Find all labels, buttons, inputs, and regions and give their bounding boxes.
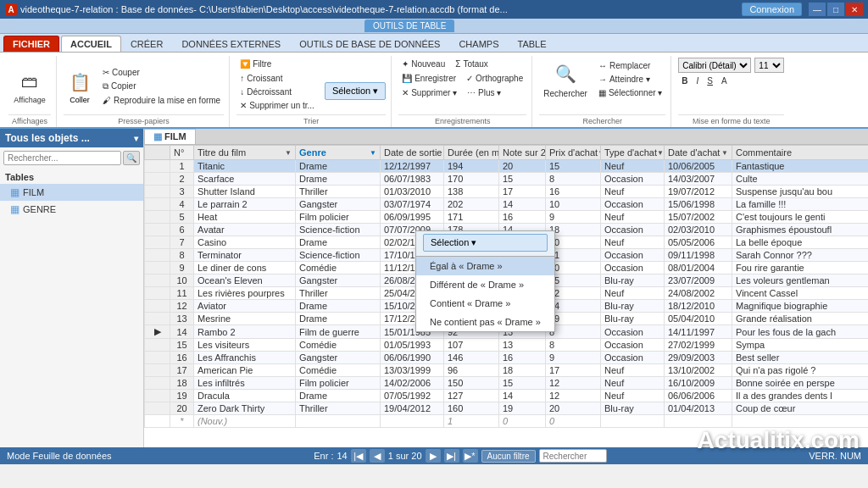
titre-filter-icon[interactable]: ▼ bbox=[285, 149, 292, 157]
tab-creer[interactable]: CRÉER bbox=[121, 36, 173, 52]
minimize-button[interactable]: — bbox=[809, 3, 826, 16]
nouveau-button[interactable]: ✦ Nouveau bbox=[398, 58, 448, 70]
sidebar-item-film[interactable]: ▦ FILM bbox=[0, 184, 143, 201]
rechercher-icon: 🔍 bbox=[552, 60, 579, 87]
table-row[interactable]: *(Nouv.)100 bbox=[145, 415, 869, 428]
row-genre-cell: Comédie bbox=[296, 364, 381, 377]
nav-first[interactable]: |◀ bbox=[351, 449, 366, 463]
dateachat-filter-icon[interactable]: ▼ bbox=[721, 149, 728, 157]
row-prix-cell: 8 bbox=[546, 339, 601, 352]
tools-tab-item[interactable]: OUTILS DE TABLE bbox=[364, 19, 454, 32]
nav-next[interactable]: ▶ bbox=[426, 449, 441, 463]
totaux-button[interactable]: Σ Totaux bbox=[452, 58, 492, 70]
filtre-button[interactable]: 🔽 Filtre bbox=[236, 58, 275, 70]
nav-prev[interactable]: ◀ bbox=[370, 449, 385, 463]
remplacer-button[interactable]: ↔ Remplacer bbox=[595, 59, 665, 72]
row-date-cell: 06/06/1990 bbox=[381, 352, 444, 364]
film-tab[interactable]: ▦ FILM bbox=[144, 129, 196, 144]
fontcolor-button[interactable]: A bbox=[718, 75, 731, 87]
row-genre-cell: Gangster bbox=[296, 274, 381, 287]
supprimer-trier-label: Supprimer un tr... bbox=[249, 101, 314, 110]
bold-button[interactable]: B bbox=[678, 75, 691, 87]
underline-button[interactable]: S bbox=[704, 75, 716, 87]
tab-accueil[interactable]: ACCUEIL bbox=[61, 36, 121, 52]
table-row[interactable]: 5HeatFilm policier06/09/1995171169Neuf15… bbox=[145, 211, 869, 224]
status-right: VERR. NUM bbox=[809, 451, 861, 461]
filtre-status-btn[interactable]: Aucun filtre bbox=[481, 450, 536, 463]
supprimer2-button[interactable]: ✕ Supprimer ▾ bbox=[398, 86, 460, 99]
nav-last[interactable]: ▶| bbox=[444, 449, 459, 463]
orthographe-button[interactable]: ✓ Orthographe bbox=[463, 72, 526, 85]
dropdown-selection-btn[interactable]: Sélection ▾ bbox=[423, 234, 548, 252]
sidebar-search-input[interactable] bbox=[3, 151, 121, 165]
tab-fichier[interactable]: FICHIER bbox=[3, 36, 59, 52]
row-genre-cell: Drame bbox=[296, 313, 381, 325]
row-genre-cell: Drame bbox=[296, 390, 381, 402]
table-row[interactable]: 3Shutter IslandThriller01/03/20101381716… bbox=[145, 186, 869, 198]
connexion-button[interactable]: Connexion bbox=[742, 3, 802, 16]
croissant-button[interactable]: ↑ Croissant bbox=[236, 72, 318, 85]
type-filter-icon[interactable]: ▼ bbox=[657, 149, 664, 157]
copier-icon: ⧉ bbox=[103, 81, 108, 92]
row-prix-cell: 20 bbox=[546, 402, 601, 415]
table-row[interactable]: 16Les AffranchisGangster06/06/1990146169… bbox=[145, 352, 869, 364]
row-arrow-cell bbox=[145, 211, 170, 224]
close-button[interactable]: ✕ bbox=[846, 3, 863, 16]
table-row[interactable]: 4Le parrain 2Gangster03/07/19742021410Oc… bbox=[145, 198, 869, 211]
search-input[interactable] bbox=[539, 449, 607, 463]
row-type-cell: Occasion bbox=[601, 224, 665, 236]
col-num-header: N° bbox=[174, 147, 190, 158]
title-bar: A videotheque-7-relation : Base de donné… bbox=[0, 0, 868, 19]
row-type-cell bbox=[601, 415, 665, 428]
tab-table[interactable]: TABLE bbox=[508, 36, 555, 52]
table-row[interactable]: 17American PieComédie13/03/1999961817Neu… bbox=[145, 364, 869, 377]
nav-new[interactable]: ▶* bbox=[463, 449, 478, 463]
row-type-cell: Occasion bbox=[601, 249, 665, 262]
decroissant-button[interactable]: ↓ Décroissant bbox=[236, 86, 318, 98]
tab-donnees[interactable]: DONNÉES EXTERNES bbox=[172, 36, 290, 52]
row-num-cell: 19 bbox=[170, 390, 194, 402]
table-row[interactable]: 2ScarfaceDrame06/07/1983170158Occasion14… bbox=[145, 173, 869, 186]
table-row[interactable]: 15Les visiteursComédie01/05/1993107138Oc… bbox=[145, 339, 869, 352]
row-num-cell: 12 bbox=[170, 300, 194, 313]
enr-row2: 💾 Enregistrer ✓ Orthographe bbox=[398, 72, 526, 85]
selection-button[interactable]: Sélection ▾ bbox=[325, 82, 386, 100]
row-type-cell: Neuf bbox=[601, 160, 665, 173]
genre-filter-icon[interactable]: ▼ bbox=[370, 149, 376, 157]
table-row[interactable]: 1TitanicDrame12/12/19971942015Neuf10/06/… bbox=[145, 160, 869, 173]
enregistrer-button[interactable]: 💾 Enregistrer bbox=[398, 72, 459, 85]
row-titre-cell: Le diner de cons bbox=[194, 262, 296, 274]
dropdown-item-egal[interactable]: Égal à « Drame » bbox=[416, 257, 554, 275]
tab-champs[interactable]: CHAMPS bbox=[449, 36, 508, 52]
plus-button[interactable]: ⋯ Plus ▾ bbox=[464, 86, 504, 99]
rechercher-button[interactable]: 🔍 Rechercher bbox=[539, 58, 592, 101]
dropdown-item-different[interactable]: Différent de « Drame » bbox=[416, 275, 554, 294]
maximize-button[interactable]: □ bbox=[827, 3, 844, 16]
copier-button[interactable]: ⧉ Copier bbox=[99, 80, 224, 93]
dropdown-item-contient[interactable]: Contient « Drame » bbox=[416, 294, 554, 313]
tab-outils[interactable]: OUTILS DE BASE DE DONNÉES bbox=[290, 36, 449, 52]
selectionner-button[interactable]: ▦ Sélectionner ▾ bbox=[595, 86, 665, 99]
coller-area[interactable]: 📋 Coller bbox=[64, 66, 96, 107]
row-date_achat-cell: 09/11/1998 bbox=[665, 249, 732, 262]
italic-button[interactable]: I bbox=[693, 75, 703, 87]
font-select[interactable]: Calibri (Détail) bbox=[678, 58, 751, 73]
sidebar-search-button[interactable]: 🔍 bbox=[123, 151, 140, 165]
row-genre-cell: Comédie bbox=[296, 262, 381, 274]
row-titre-cell: Titanic bbox=[194, 160, 296, 173]
table-row[interactable]: 18Les infiltrésFilm policier14/02/200615… bbox=[145, 377, 869, 390]
affichage-button[interactable]: 🗃 Affichage bbox=[8, 66, 51, 107]
row-arrow-cell bbox=[145, 274, 170, 287]
table-row[interactable]: 20Zero Dark ThirtyThriller19/04/20121601… bbox=[145, 402, 869, 415]
row-genre-cell: Thriller bbox=[296, 287, 381, 300]
table-row[interactable]: 19DraculaDrame07/05/19921271412Neuf06/06… bbox=[145, 390, 869, 402]
atteindre-button[interactable]: → Atteindre ▾ bbox=[595, 73, 665, 86]
dropdown-item-necontient[interactable]: Ne contient pas « Drame » bbox=[416, 313, 554, 331]
sidebar-item-genre[interactable]: ▦ GENRE bbox=[0, 201, 143, 218]
size-select[interactable]: 11 bbox=[754, 58, 784, 73]
filtre-icon: 🔽 bbox=[240, 59, 250, 69]
couper-button[interactable]: ✂ Couper bbox=[99, 66, 224, 79]
affichages-label: Affichages bbox=[8, 114, 51, 125]
reproduire-button[interactable]: 🖌 Reproduire la mise en forme bbox=[99, 94, 224, 107]
supprimer-trier-button[interactable]: ✕ Supprimer un tr... bbox=[236, 99, 318, 112]
